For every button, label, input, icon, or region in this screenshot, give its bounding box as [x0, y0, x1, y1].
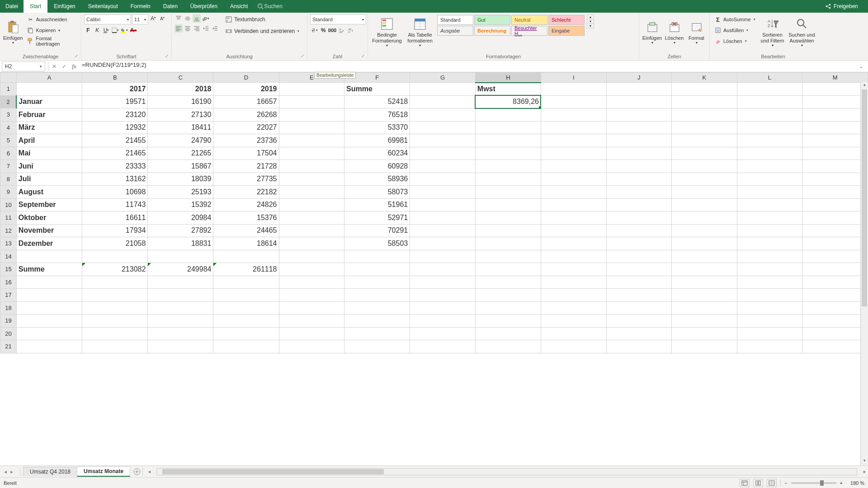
horizontal-scrollbar[interactable] — [156, 468, 857, 475]
cell-I21[interactable] — [541, 340, 606, 353]
style-neutral[interactable]: Neutral — [511, 15, 547, 25]
cell-C6[interactable]: 21265 — [148, 147, 213, 160]
cell-K14[interactable] — [672, 250, 737, 263]
cell-I8[interactable] — [541, 173, 606, 186]
cell-B10[interactable]: 11743 — [82, 198, 148, 211]
cell-L20[interactable] — [737, 327, 802, 340]
hscroll-right-button[interactable]: ▸ — [861, 469, 868, 474]
zoom-slider[interactable] — [791, 482, 836, 484]
cell-M19[interactable] — [802, 314, 868, 328]
sheet-nav[interactable]: ◂ ▸ — [0, 469, 17, 475]
cell-I18[interactable] — [541, 301, 606, 314]
cell-G9[interactable] — [410, 186, 476, 199]
row-header-14[interactable]: 14 — [0, 250, 17, 263]
cell-J7[interactable] — [606, 160, 672, 173]
align-left-button[interactable] — [175, 24, 183, 33]
cell-A14[interactable] — [16, 250, 82, 263]
cell-I20[interactable] — [541, 327, 606, 340]
cell-K6[interactable] — [672, 147, 737, 160]
cell-I9[interactable] — [541, 186, 606, 199]
cell-L8[interactable] — [737, 173, 802, 186]
cell-J6[interactable] — [606, 147, 672, 160]
cell-M16[interactable] — [802, 276, 868, 289]
name-box-arrow[interactable]: ▾ — [40, 64, 42, 69]
cell-H5[interactable] — [475, 134, 541, 147]
fill-button[interactable]: Ausfüllen▾ — [712, 25, 757, 35]
cell-E11[interactable] — [279, 211, 344, 225]
cell-E13[interactable] — [279, 237, 344, 250]
cell-F12[interactable]: 70291 — [344, 224, 410, 237]
cell-G12[interactable] — [410, 224, 476, 237]
cell-I17[interactable] — [541, 289, 606, 302]
cell-G6[interactable] — [410, 147, 476, 160]
cell-B2[interactable]: 19571 — [82, 95, 148, 108]
style-schlecht[interactable]: Schlecht — [548, 15, 585, 25]
cell-G13[interactable] — [410, 237, 476, 250]
col-header-G[interactable]: G — [410, 73, 476, 83]
cell-L21[interactable] — [737, 340, 802, 353]
row-header-16[interactable]: 16 — [0, 276, 17, 289]
cell-B11[interactable]: 16611 — [82, 211, 148, 225]
row-header-2[interactable]: 2 — [0, 95, 17, 108]
row-header-6[interactable]: 6 — [0, 147, 17, 160]
cell-M11[interactable] — [802, 211, 868, 225]
cell-G15[interactable] — [410, 263, 476, 276]
cell-J20[interactable] — [606, 327, 672, 340]
col-header-J[interactable]: J — [606, 73, 672, 83]
cell-B19[interactable] — [82, 314, 148, 328]
cell-J15[interactable] — [606, 263, 672, 276]
cell-J18[interactable] — [606, 301, 672, 314]
cell-D2[interactable]: 16657 — [213, 95, 279, 108]
cell-L17[interactable] — [737, 289, 802, 302]
insert-cells-button[interactable]: Einfügen▾ — [642, 14, 662, 50]
tab-formulas[interactable]: Formeln — [124, 0, 157, 13]
align-middle-button[interactable] — [184, 14, 192, 23]
col-header-C[interactable]: C — [148, 73, 213, 83]
cell-K11[interactable] — [672, 211, 737, 225]
hscroll-left-button[interactable]: ◂ — [146, 469, 153, 474]
increase-indent-button[interactable] — [211, 24, 219, 33]
cell-C19[interactable] — [148, 314, 213, 328]
tab-file[interactable]: Datei — [0, 0, 24, 13]
cell-A21[interactable] — [16, 340, 82, 353]
cell-D15[interactable]: 261118 — [213, 263, 279, 276]
cell-J9[interactable] — [606, 186, 672, 199]
cell-J1[interactable] — [606, 83, 672, 96]
align-bottom-button[interactable] — [193, 14, 201, 23]
scroll-down-button[interactable]: ▾ — [861, 458, 868, 465]
fill-color-button[interactable]: ▾ — [120, 26, 128, 34]
align-top-button[interactable] — [175, 14, 183, 23]
cell-D5[interactable]: 23736 — [213, 134, 279, 147]
cell-E10[interactable] — [279, 198, 344, 211]
cell-J16[interactable] — [606, 276, 672, 289]
cell-H16[interactable] — [475, 276, 541, 289]
cell-E20[interactable] — [279, 327, 344, 340]
cell-D10[interactable]: 24826 — [213, 198, 279, 211]
cell-G14[interactable] — [410, 250, 476, 263]
cell-C14[interactable] — [148, 250, 213, 263]
cell-L15[interactable] — [737, 263, 802, 276]
cell-C2[interactable]: 16190 — [148, 95, 213, 108]
cell-G16[interactable] — [410, 276, 476, 289]
cell-L10[interactable] — [737, 198, 802, 211]
cell-E9[interactable] — [279, 186, 344, 199]
view-normal-button[interactable] — [740, 479, 750, 487]
merge-center-button[interactable]: Verbinden und zentrieren ▾ — [223, 26, 301, 36]
cell-A4[interactable]: März — [16, 121, 82, 134]
cell-A8[interactable]: Juli — [16, 173, 82, 186]
cell-L13[interactable] — [737, 237, 802, 250]
cell-E14[interactable] — [279, 250, 344, 263]
cell-K16[interactable] — [672, 276, 737, 289]
cell-D13[interactable]: 18614 — [213, 237, 279, 250]
cell-J3[interactable] — [606, 108, 672, 122]
cell-A12[interactable]: November — [16, 224, 82, 237]
cell-H7[interactable] — [475, 160, 541, 173]
col-header-D[interactable]: D — [213, 73, 279, 83]
tab-start[interactable]: Start — [24, 0, 47, 13]
cell-G8[interactable] — [410, 173, 476, 186]
row-header-20[interactable]: 20 — [0, 327, 17, 340]
cell-M18[interactable] — [802, 301, 868, 314]
cell-K15[interactable] — [672, 263, 737, 276]
cell-B3[interactable]: 23120 — [82, 108, 148, 122]
cell-I7[interactable] — [541, 160, 606, 173]
